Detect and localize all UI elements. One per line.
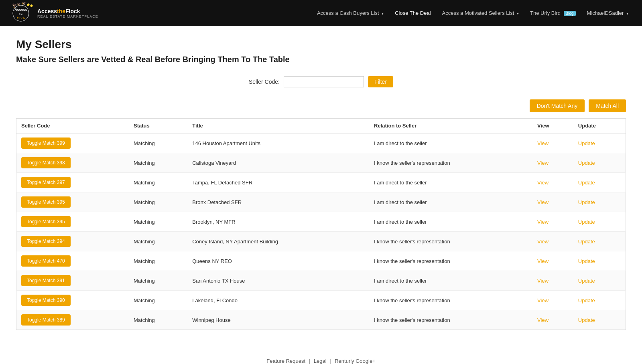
view-cell: View bbox=[532, 153, 573, 173]
view-cell: View bbox=[532, 310, 573, 330]
toggle-match-button[interactable]: Toggle Match 389 bbox=[21, 314, 71, 326]
update-cell: Update bbox=[573, 133, 626, 153]
update-link[interactable]: Update bbox=[578, 219, 595, 225]
relation-cell: I know the seller's representation bbox=[369, 153, 532, 173]
table-row: Toggle Match 395 Matching Bronx Detached… bbox=[16, 192, 626, 212]
table-row: Toggle Match 394 Matching Coney Island, … bbox=[16, 232, 626, 251]
seller-code-cell: Toggle Match 391 bbox=[16, 271, 129, 291]
toggle-match-button[interactable]: Toggle Match 470 bbox=[21, 255, 71, 267]
dropdown-arrow-icon-3: ▾ bbox=[626, 11, 628, 16]
relation-cell: I am direct to the seller bbox=[369, 173, 532, 192]
toggle-match-button[interactable]: Toggle Match 394 bbox=[21, 236, 71, 247]
view-link[interactable]: View bbox=[537, 317, 549, 323]
toggle-match-button[interactable]: Toggle Match 399 bbox=[21, 138, 71, 149]
col-status: Status bbox=[129, 119, 187, 133]
view-link[interactable]: View bbox=[537, 160, 549, 166]
footer: Feature Request | Legal | Renturly Googl… bbox=[0, 350, 642, 364]
seller-code-cell: Toggle Match 389 bbox=[16, 310, 129, 330]
view-link[interactable]: View bbox=[537, 199, 549, 205]
col-title: Title bbox=[187, 119, 369, 133]
title-cell: Bronx Detached SFR bbox=[187, 192, 369, 212]
view-cell: View bbox=[532, 291, 573, 310]
update-link[interactable]: Update bbox=[578, 239, 595, 245]
match-all-button[interactable]: Match All bbox=[589, 99, 626, 112]
nav-links: Access a Cash Buyers List ▾ Close The De… bbox=[311, 10, 634, 16]
toggle-match-button[interactable]: Toggle Match 395 bbox=[21, 196, 71, 208]
update-cell: Update bbox=[573, 310, 626, 330]
dont-match-any-button[interactable]: Don't Match Any bbox=[530, 99, 585, 112]
update-link[interactable]: Update bbox=[578, 160, 595, 166]
status-cell: Matching bbox=[129, 271, 187, 291]
update-link[interactable]: Update bbox=[578, 180, 595, 186]
nav-cash-buyers[interactable]: Access a Cash Buyers List ▾ bbox=[311, 10, 389, 16]
table-row: Toggle Match 397 Matching Tampa, FL Deta… bbox=[16, 173, 626, 192]
footer-legal[interactable]: Legal bbox=[314, 358, 327, 364]
status-cell: Matching bbox=[129, 173, 187, 192]
status-cell: Matching bbox=[129, 192, 187, 212]
toggle-match-button[interactable]: Toggle Match 397 bbox=[21, 177, 71, 188]
page-subtitle: Make Sure Sellers are Vetted & Real Befo… bbox=[16, 55, 626, 64]
nav-close-deal[interactable]: Close The Deal bbox=[389, 10, 436, 16]
svg-text:🦅: 🦅 bbox=[17, 2, 21, 6]
filter-button[interactable]: Filter bbox=[368, 76, 393, 87]
page-title: My Sellers bbox=[16, 38, 626, 51]
table-row: Toggle Match 390 Matching Lakeland, Fl C… bbox=[16, 291, 626, 310]
relation-cell: I am direct to the seller bbox=[369, 192, 532, 212]
update-link[interactable]: Update bbox=[578, 199, 595, 205]
update-cell: Update bbox=[573, 212, 626, 232]
view-cell: View bbox=[532, 251, 573, 271]
action-row: Don't Match Any Match All bbox=[16, 99, 626, 112]
status-cell: Matching bbox=[129, 212, 187, 232]
view-cell: View bbox=[532, 173, 573, 192]
seller-code-cell: Toggle Match 398 bbox=[16, 153, 129, 173]
view-link[interactable]: View bbox=[537, 140, 549, 146]
status-cell: Matching bbox=[129, 153, 187, 173]
relation-cell: I am direct to the seller bbox=[369, 271, 532, 291]
status-cell: Matching bbox=[129, 310, 187, 330]
status-cell: Matching bbox=[129, 251, 187, 271]
title-cell: Coney Island, NY Apartment Building bbox=[187, 232, 369, 251]
col-seller-code: Seller Code bbox=[16, 119, 129, 133]
nav-user[interactable]: MichaelDSadler ▾ bbox=[581, 10, 634, 16]
toggle-match-button[interactable]: Toggle Match 390 bbox=[21, 295, 71, 306]
view-link[interactable]: View bbox=[537, 180, 549, 186]
title-cell: Tampa, FL Detached SFR bbox=[187, 173, 369, 192]
title-cell: Brooklyn, NY MFR bbox=[187, 212, 369, 232]
view-cell: View bbox=[532, 212, 573, 232]
relation-cell: I am direct to the seller bbox=[369, 133, 532, 153]
title-cell: Calistoga Vineyard bbox=[187, 153, 369, 173]
col-relation: Relation to Seller bbox=[369, 119, 532, 133]
update-link[interactable]: Update bbox=[578, 317, 595, 323]
view-link[interactable]: View bbox=[537, 278, 549, 284]
status-cell: Matching bbox=[129, 133, 187, 153]
nav-motivated-sellers[interactable]: Access a Motivated Sellers List ▾ bbox=[437, 10, 525, 16]
seller-code-input[interactable] bbox=[284, 76, 364, 87]
nav-urly-bird[interactable]: The Urly Bird Blog bbox=[524, 10, 581, 16]
view-link[interactable]: View bbox=[537, 239, 549, 245]
update-link[interactable]: Update bbox=[578, 140, 595, 146]
view-link[interactable]: View bbox=[537, 219, 549, 225]
update-cell: Update bbox=[573, 153, 626, 173]
view-link[interactable]: View bbox=[537, 297, 549, 303]
seller-code-cell: Toggle Match 470 bbox=[16, 251, 129, 271]
toggle-match-button[interactable]: Toggle Match 391 bbox=[21, 275, 71, 286]
relation-cell: I know the seller's representation bbox=[369, 232, 532, 251]
toggle-match-button[interactable]: Toggle Match 398 bbox=[21, 157, 71, 168]
svg-text:Access: Access bbox=[14, 8, 27, 12]
status-cell: Matching bbox=[129, 232, 187, 251]
toggle-match-button[interactable]: Toggle Match 395 bbox=[21, 216, 71, 227]
logo[interactable]: Access the Flock 🦅 🦅 🦅 ⭐ ⭐ AccesstheFloc… bbox=[8, 2, 98, 24]
seller-code-cell: Toggle Match 395 bbox=[16, 192, 129, 212]
view-link[interactable]: View bbox=[537, 258, 549, 264]
footer-feature-request[interactable]: Feature Request bbox=[266, 358, 305, 364]
update-link[interactable]: Update bbox=[578, 297, 595, 303]
table-row: Toggle Match 389 Matching Winnipeg House… bbox=[16, 310, 626, 330]
update-link[interactable]: Update bbox=[578, 258, 595, 264]
dropdown-arrow-icon-2: ▾ bbox=[517, 11, 519, 16]
footer-links: Feature Request | Legal | Renturly Googl… bbox=[8, 358, 634, 364]
update-link[interactable]: Update bbox=[578, 278, 595, 284]
col-update: Update bbox=[573, 119, 626, 133]
seller-code-cell: Toggle Match 397 bbox=[16, 173, 129, 192]
footer-renturly[interactable]: Renturly Google+ bbox=[335, 358, 376, 364]
table-row: Toggle Match 391 Matching San Antonio TX… bbox=[16, 271, 626, 291]
